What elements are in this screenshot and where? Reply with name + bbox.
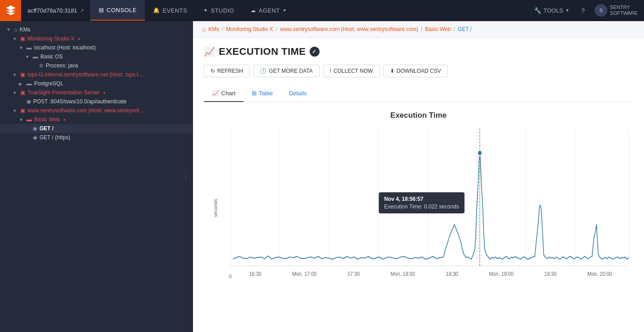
toggle-icon: ▼	[19, 117, 24, 122]
toggle-icon: ▶	[19, 81, 24, 86]
tree-item-monitoring-studio[interactable]: ▼ ▣ Monitoring Studio X ●	[0, 34, 193, 43]
toggle-icon: ▼	[13, 72, 18, 77]
tree-item-process-java[interactable]: ▶ ⚙ Process: java	[0, 61, 193, 70]
tree-item-www-sentry[interactable]: ▼ ▣ www.sentrysoftware.com (Host: www.se…	[0, 106, 193, 115]
tab-chart[interactable]: 📈 Chart	[204, 85, 244, 102]
status-badge: ✓	[310, 47, 320, 57]
gear-icon: ⚙	[39, 63, 44, 69]
breadcrumb-kms[interactable]: KMs	[208, 26, 219, 32]
tools-button[interactable]: 🔧 TOOLS ▼	[529, 4, 575, 17]
tree-item-postgresql[interactable]: ▶ ▬ PostgreSQL	[0, 79, 193, 88]
circle-gear-icon: ◉	[26, 98, 31, 105]
nav-events[interactable]: 🔔 EVENTS	[145, 0, 196, 21]
svg-text:17:30: 17:30	[347, 270, 360, 277]
circle-gear-icon: ◉	[33, 134, 37, 141]
breadcrumb-sep3: /	[421, 26, 422, 32]
brand-name: SENTRYSOFTWARE	[610, 4, 638, 16]
collect-now-button[interactable]: ! COLLECT NOW	[323, 65, 380, 77]
collect-icon: !	[330, 68, 331, 74]
studio-icon: ✦	[203, 7, 208, 13]
app-instance-id: acff70d76a70:3181 ↗	[21, 0, 91, 21]
error-dot: ●	[103, 91, 105, 95]
console-label: CONSOLE	[107, 7, 137, 13]
nav-agent[interactable]: ☁ AGENT ▼	[242, 0, 295, 21]
table-tab-label: Table	[259, 90, 273, 97]
download-icon: ⬇	[390, 68, 394, 74]
y-axis-label: seconds	[213, 199, 218, 217]
tools-icon: 🔧	[534, 7, 541, 14]
chart-title-icon: 📈	[204, 46, 215, 57]
circle-gear-icon: ◉	[33, 125, 37, 132]
help-button[interactable]: ?	[577, 4, 589, 17]
breadcrumb-sep4: /	[453, 26, 455, 32]
folder-icon: ▬	[33, 53, 38, 60]
folder-icon: ▬	[26, 80, 32, 87]
refresh-button[interactable]: ↻ REFRESH	[204, 65, 250, 77]
toggle-icon: ▼	[13, 36, 18, 41]
breadcrumb-sep1: /	[222, 26, 223, 32]
tree-item-localhost[interactable]: ▼ ▬ localhost (Host: localhost)	[0, 43, 193, 52]
toggle-icon: ▼	[13, 90, 18, 95]
monitor-icon: ▣	[20, 71, 25, 78]
instance-id-text: acff70d76a70:3181	[27, 7, 77, 14]
sidebar-resize-handle[interactable]: ⋮	[182, 172, 190, 181]
svg-text:Mon, 20:00: Mon, 20:00	[587, 270, 612, 277]
events-label: EVENTS	[162, 7, 187, 14]
section-header: 📈 EXECUTION TIME ✓	[204, 46, 633, 58]
chart-svg: 16:30 Mon, 17:00 17:30 Mon, 18:00 18:30 …	[204, 123, 633, 293]
chart-container[interactable]: seconds 0	[204, 123, 633, 293]
page-title-text: EXECUTION TIME	[219, 46, 306, 58]
svg-text:18:30: 18:30	[446, 270, 459, 277]
toggle-icon: ▼	[25, 54, 31, 59]
tree-item-get-root[interactable]: ▶ ◉ GET /	[0, 124, 193, 133]
chart-tab-icon: 📈	[212, 90, 219, 97]
content-panel: ⌂ KMs / Monitoring Studio X / www.sentry…	[193, 21, 644, 332]
tree-item-tsps[interactable]: ▼ ▣ tsps-l1.internal.sentrysoftware.net …	[0, 70, 193, 79]
events-icon: 🔔	[153, 7, 160, 13]
breadcrumb-basic-web[interactable]: Basic Web	[425, 26, 451, 32]
brand-avatar: S	[595, 4, 607, 17]
tree-label: TrueSight Presentation Server	[27, 89, 100, 96]
tree-item-post-auth[interactable]: ▶ ◉ POST :8045/tsws/10.0/api/authenticat…	[0, 97, 193, 106]
collect-now-label: COLLECT NOW	[333, 68, 373, 74]
chart-area: Execution Time seconds 0	[204, 102, 633, 298]
tree-item-basic-web[interactable]: ▼ ▬ Basic Web ●	[0, 115, 193, 124]
svg-text:16:30: 16:30	[249, 270, 262, 277]
tab-details[interactable]: Details	[281, 85, 315, 102]
app-logo[interactable]	[0, 0, 21, 21]
get-more-data-label: GET MORE DATA	[269, 68, 312, 74]
breadcrumb-host[interactable]: www.sentrysoftware.com (Host: www.sentry…	[280, 26, 418, 32]
nav-studio[interactable]: ✦ STUDIO	[195, 0, 242, 21]
content-body: 📈 EXECUTION TIME ✓ ↻ REFRESH 🕐 GET MORE …	[193, 38, 644, 306]
refresh-label: REFRESH	[217, 68, 243, 74]
breadcrumb: ⌂ KMs / Monitoring Studio X / www.sentry…	[193, 21, 644, 38]
tree-label: PostgreSQL	[34, 80, 63, 87]
home-icon: ⌂	[14, 26, 18, 33]
tree: ▼ ⌂ KMs ▼ ▣ Monitoring Studio X ● ▼ ▬ lo…	[0, 21, 193, 146]
error-dot: ●	[63, 118, 66, 122]
tree-label: KMs	[20, 27, 31, 33]
tree-item-truesight[interactable]: ▼ ▣ TrueSight Presentation Server ●	[0, 88, 193, 97]
monitor-icon: ▣	[20, 107, 25, 114]
agent-label: AGENT	[258, 7, 280, 14]
svg-text:Mon, 17:00: Mon, 17:00	[292, 270, 317, 277]
nav-console[interactable]: ▤ CONSOLE	[91, 0, 145, 21]
tools-label: TOOLS	[543, 7, 563, 14]
details-tab-label: Details	[289, 90, 307, 97]
download-csv-button[interactable]: ⬇ DOWNLOAD CSV	[383, 65, 448, 77]
external-link-icon: ↗	[80, 8, 84, 13]
tree-label: www.sentrysoftware.com (Host: www.sentry…	[27, 107, 144, 114]
tab-table[interactable]: ⊞ Table	[244, 85, 281, 102]
tabs: 📈 Chart ⊞ Table Details	[204, 85, 633, 102]
get-more-data-button[interactable]: 🕐 GET MORE DATA	[253, 65, 319, 77]
chart-title: Execution Time	[204, 111, 633, 120]
breadcrumb-current: GET /	[458, 26, 472, 32]
toolbar: ↻ REFRESH 🕐 GET MORE DATA ! COLLECT NOW …	[204, 65, 633, 77]
breadcrumb-home-icon[interactable]: ⌂	[202, 26, 206, 33]
tree-label: GET / (https)	[39, 134, 70, 141]
tree-item-get-https[interactable]: ▶ ◉ GET / (https)	[0, 133, 193, 142]
top-navigation: acff70d76a70:3181 ↗ ▤ CONSOLE 🔔 EVENTS ✦…	[0, 0, 644, 21]
breadcrumb-monitoring-studio[interactable]: Monitoring Studio X	[226, 26, 273, 32]
tree-item-basic-os[interactable]: ▼ ▬ Basic OS	[0, 52, 193, 61]
tree-item-kms[interactable]: ▼ ⌂ KMs	[0, 25, 193, 34]
